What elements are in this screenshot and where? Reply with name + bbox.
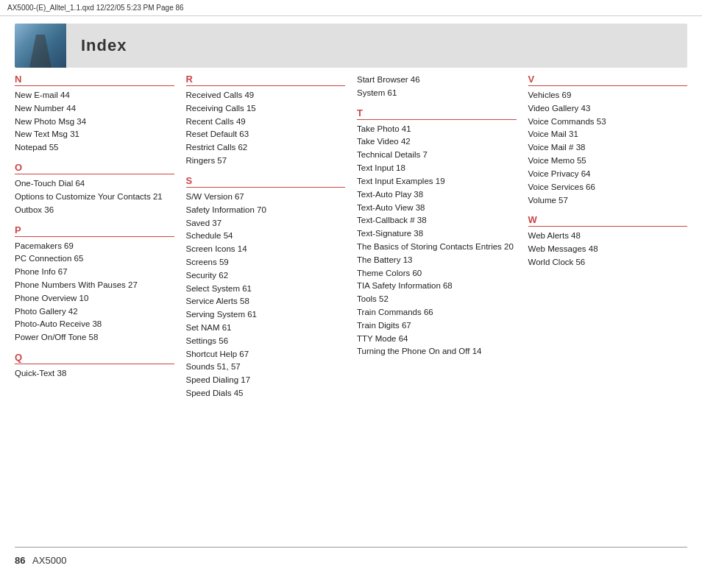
index-entry: Voice Commands 53	[528, 116, 688, 129]
index-entry: Service Alerts 58	[186, 295, 346, 308]
index-entry: Voice Mail 31	[528, 128, 688, 141]
banner-title: Index	[66, 36, 127, 55]
index-entry: New E-mail 44	[15, 89, 174, 102]
index-entry: Text Input 18	[357, 162, 517, 175]
index-entry: Speed Dialing 17	[186, 374, 346, 387]
index-entry: Voice Memo 55	[528, 155, 688, 168]
index-entry: Text-Signature 38	[357, 227, 517, 241]
index-entry: Web Messages 48	[528, 243, 688, 256]
page: Index NNew E-mail 44New Number 44New Pho…	[0, 16, 702, 588]
index-entry: Speed Dials 45	[186, 387, 346, 400]
index-entry: Receiving Calls 15	[186, 102, 346, 116]
index-entry: Outbox 36	[15, 204, 174, 217]
index-entry: Screens 59	[186, 256, 346, 269]
index-entry: Power On/Off Tone 58	[15, 331, 174, 344]
index-entry: Take Video 42	[357, 135, 517, 149]
index-entry: Text-Auto Play 38	[357, 188, 517, 202]
index-entry: New Text Msg 31	[15, 128, 174, 141]
index-entry: Received Calls 49	[186, 89, 346, 102]
index-entry: Technical Details 7	[357, 149, 517, 162]
index-entry: Notepad 55	[15, 141, 174, 155]
index-column-0: NNew E-mail 44New Number 44New Photo Msg…	[15, 74, 180, 400]
section-letter-R: R	[186, 74, 346, 86]
page-banner: Index	[15, 24, 687, 68]
banner-image	[15, 24, 66, 68]
index-entry: Saved 37	[186, 217, 346, 230]
index-entry: System 61	[357, 87, 517, 100]
index-entry: Settings 56	[186, 335, 346, 348]
index-entry: Theme Colors 60	[357, 267, 517, 280]
page-number: 86	[15, 555, 25, 566]
index-entry: Take Photo 41	[357, 123, 517, 136]
index-entry: Security 62	[186, 269, 346, 283]
index-entry: Voice Privacy 64	[528, 168, 688, 181]
index-entry: Serving System 61	[186, 308, 346, 322]
index-entry: Pacemakers 69	[15, 240, 174, 253]
index-entry: Schedule 54	[186, 230, 346, 243]
index-entry: Screen Icons 14	[186, 243, 346, 256]
section-letter-O: O	[15, 162, 174, 174]
index-entry: New Number 44	[15, 102, 174, 116]
document-header: AX5000-(E)_Alltel_1.1.qxd 12/22/05 5:23 …	[0, 0, 702, 16]
index-entry: Ringers 57	[186, 155, 346, 168]
index-entry: Reset Default 63	[186, 128, 346, 141]
index-entry: Select System 61	[186, 283, 346, 296]
bottom-divider	[15, 547, 687, 548]
index-entry: TIA Safety Information 68	[357, 280, 517, 293]
index-entry: One-Touch Dial 64	[15, 177, 174, 191]
index-entry: Recent Calls 49	[186, 116, 346, 129]
index-column-3: VVehicles 69Video Gallery 43Voice Comman…	[522, 74, 688, 400]
index-entry: Start Browser 46	[357, 74, 517, 87]
section-letter-W: W	[528, 214, 688, 227]
index-entry: Train Commands 66	[357, 306, 517, 319]
index-entry: Sounds 51, 57	[186, 361, 346, 374]
index-entry: New Photo Msg 34	[15, 116, 174, 129]
index-entry: Text Input Examples 19	[357, 175, 517, 188]
index-entry: TTY Mode 64	[357, 333, 517, 346]
index-content: NNew E-mail 44New Number 44New Photo Msg…	[15, 74, 687, 400]
index-entry: S/W Version 67	[186, 191, 346, 204]
index-column-2: Start Browser 46System 61TTake Photo 41T…	[351, 74, 522, 400]
index-entry: Shortcut Help 67	[186, 348, 346, 361]
index-entry: Train Digits 67	[357, 319, 517, 333]
section-letter-N: N	[15, 74, 174, 86]
section-letter-T: T	[357, 107, 517, 120]
section-letter-P: P	[15, 224, 174, 237]
index-entry: Photo Gallery 42	[15, 305, 174, 319]
index-entry: Volume 57	[528, 194, 688, 208]
model-name: AX5000	[32, 555, 66, 566]
index-entry: Voice Services 66	[528, 181, 688, 194]
index-entry: PC Connection 65	[15, 252, 174, 266]
index-entry: Set NAM 61	[186, 322, 346, 335]
index-entry: Tools 52	[357, 293, 517, 306]
index-entry: Quick-Text 38	[15, 367, 174, 380]
index-entry: The Battery 13	[357, 254, 517, 267]
index-entry: Vehicles 69	[528, 89, 688, 102]
index-entry: World Clock 56	[528, 256, 688, 269]
section-letter-V: V	[528, 74, 688, 86]
index-entry: Phone Info 67	[15, 266, 174, 279]
index-entry: Text-Auto View 38	[357, 202, 517, 215]
section-letter-Q: Q	[15, 352, 174, 364]
index-column-1: RReceived Calls 49Receiving Calls 15Rece…	[180, 74, 352, 400]
index-entry: Text-Callback # 38	[357, 214, 517, 227]
index-entry: Options to Customize Your Contacts 21	[15, 191, 174, 204]
index-entry: Restrict Calls 62	[186, 141, 346, 155]
index-entry: Phone Numbers With Pauses 27	[15, 279, 174, 292]
index-entry: Web Alerts 48	[528, 230, 688, 243]
index-entry: Turning the Phone On and Off 14	[357, 345, 517, 358]
index-entry: Phone Overview 10	[15, 292, 174, 305]
index-entry: Photo-Auto Receive 38	[15, 318, 174, 331]
footer: 86 AX5000	[15, 555, 66, 566]
index-entry: Safety Information 70	[186, 204, 346, 217]
index-entry: Voice Mail # 38	[528, 141, 688, 155]
doc-header-text: AX5000-(E)_Alltel_1.1.qxd 12/22/05 5:23 …	[7, 4, 184, 12]
index-entry: The Basics of Storing Contacts Entries 2…	[357, 241, 517, 254]
section-letter-S: S	[186, 175, 346, 188]
index-entry: Video Gallery 43	[528, 102, 688, 116]
